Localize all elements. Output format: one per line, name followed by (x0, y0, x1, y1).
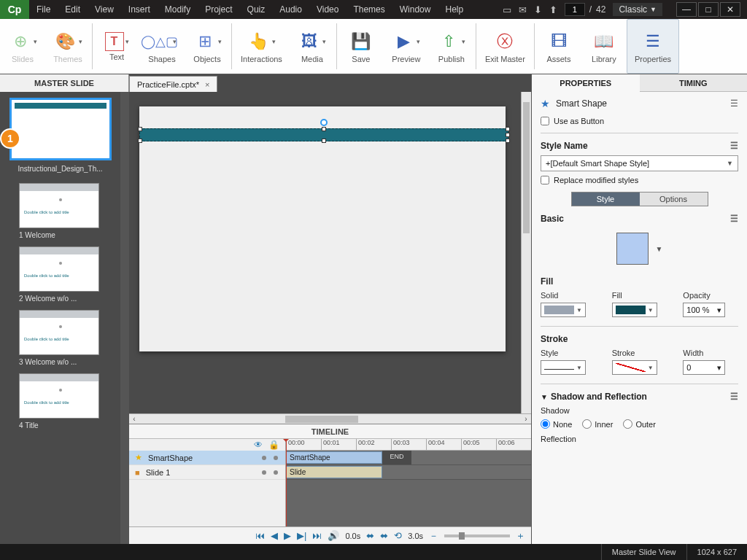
menu-video[interactable]: Video (309, 4, 346, 15)
ribbon-publish[interactable]: ⇧▾ Publish (429, 19, 474, 74)
menu-modify[interactable]: Modify (158, 4, 198, 15)
menu-edit[interactable]: Edit (58, 4, 88, 15)
stroke-width-input[interactable]: 0▾ (683, 360, 725, 375)
workspace-selector[interactable]: Classic ▼ (613, 3, 662, 16)
child-slide-thumb[interactable]: Double click to add title2 Welcome w/o .… (19, 246, 116, 303)
shadow-outer-radio[interactable]: Outer (623, 419, 656, 429)
tl-first-icon[interactable]: ⏮ (255, 530, 265, 541)
timeline-layer-row[interactable]: ★SmartShape (129, 451, 285, 465)
tl-snap-icon[interactable]: ⬌ (366, 530, 374, 541)
tab-properties[interactable]: PROPERTIES (532, 74, 640, 92)
menu-file[interactable]: File (29, 4, 58, 15)
style-name-select[interactable]: +[Default Smart Shape Style]▼ (541, 155, 738, 171)
resize-handle[interactable] (506, 139, 510, 143)
shadow-inner-radio[interactable]: Inner (582, 419, 613, 429)
ribbon-text[interactable]: T▾ Text (94, 19, 139, 74)
timeline-tracks[interactable]: 00:0000:0100:0200:0300:0400:0500:06 Smar… (286, 439, 531, 526)
canvas-vscrollbar[interactable] (521, 92, 531, 413)
close-button[interactable]: ✕ (720, 2, 740, 17)
solid-select[interactable]: ▼ (541, 303, 586, 317)
timeline-clip-smartshape[interactable]: SmartShape (286, 451, 382, 464)
resize-handle[interactable] (322, 127, 326, 131)
menu-quiz[interactable]: Quiz (240, 4, 273, 15)
segment-style[interactable]: Style (572, 192, 640, 206)
scroll-left-icon[interactable]: ‹ (129, 415, 139, 423)
menu-project[interactable]: Project (198, 4, 239, 15)
minimize-button[interactable]: — (676, 2, 697, 17)
use-as-button-checkbox[interactable]: Use as Button (541, 117, 738, 125)
tl-zoomout-icon[interactable]: － (429, 529, 438, 542)
close-icon[interactable]: × (205, 80, 209, 89)
stroke-style-select[interactable]: ▼ (541, 360, 586, 375)
timeline-track[interactable]: SmartShape END (286, 451, 531, 465)
opacity-input[interactable]: 100 %▾ (683, 303, 725, 317)
segment-options[interactable]: Options (640, 192, 708, 206)
child-slide-thumb[interactable]: Double click to add title1 Welcome (19, 183, 116, 239)
slide-canvas[interactable] (139, 106, 506, 351)
selected-shape[interactable] (139, 128, 508, 141)
tl-sound-icon[interactable]: 🔊 (328, 530, 339, 541)
menu-view[interactable]: View (88, 4, 121, 15)
panel-menu-icon[interactable]: ☰ (730, 392, 738, 402)
menu-window[interactable]: Window (392, 4, 438, 15)
tl-loop-icon[interactable]: ⟲ (394, 530, 402, 541)
ribbon-interactions[interactable]: 👆▾ Interactions (233, 19, 290, 74)
tl-next-icon[interactable]: ▶| (297, 530, 306, 541)
tl-zoomin-icon[interactable]: ＋ (516, 529, 525, 542)
ribbon-exit-master[interactable]: ⓧ Exit Master (478, 19, 533, 74)
master-slide-thumb[interactable]: Instructional_Design_Th... 1 (4, 98, 116, 173)
ribbon-media[interactable]: 🖼▾ Media (290, 19, 335, 74)
document-tab[interactable]: PracticeFile.cptx* × (129, 76, 217, 92)
timeline-playhead[interactable] (286, 439, 287, 526)
ribbon-assets[interactable]: 🎞 Assets (536, 19, 581, 74)
replace-styles-checkbox[interactable]: Replace modified styles (541, 176, 738, 184)
ribbon-slides[interactable]: ⊕▾ Slides (0, 19, 45, 74)
child-slide-thumb[interactable]: Double click to add title3 Welcome w/o .… (19, 310, 116, 366)
fill-color-select[interactable]: ▼ (612, 303, 657, 317)
panel-menu-icon[interactable]: ☰ (730, 214, 738, 224)
ribbon-library[interactable]: 📖 Library (581, 19, 627, 74)
menu-help[interactable]: Help (438, 4, 471, 15)
menu-themes[interactable]: Themes (346, 4, 392, 15)
tl-play-icon[interactable]: ▶ (284, 530, 291, 541)
resize-handle[interactable] (506, 133, 510, 137)
shadow-none-radio[interactable]: None (541, 419, 572, 429)
resize-handle[interactable] (322, 139, 326, 143)
menu-audio[interactable]: Audio (272, 4, 309, 15)
ribbon-shapes[interactable]: ◯△▢▾ Shapes (139, 19, 185, 74)
panel-menu-icon[interactable]: ☰ (730, 141, 738, 151)
page-current-input[interactable] (565, 3, 585, 16)
canvas-hscrollbar[interactable]: ‹ › (129, 413, 531, 424)
ribbon-objects[interactable]: ⊞▾ Objects (185, 19, 230, 74)
menu-insert[interactable]: Insert (121, 4, 158, 15)
mail-icon[interactable]: ✉ (519, 4, 527, 15)
slide-scrollbar[interactable] (120, 92, 129, 544)
ribbon-preview[interactable]: ▶▾ Preview (384, 19, 429, 74)
chevron-down-icon[interactable]: ▼ (656, 245, 663, 253)
lock-icon[interactable]: 🔒 (268, 440, 279, 450)
timeline-layer-row[interactable]: ■Slide 1 (129, 465, 285, 480)
scroll-right-icon[interactable]: › (521, 415, 531, 423)
tl-prev-icon[interactable]: ◀ (271, 530, 278, 541)
basic-swatch[interactable] (616, 233, 649, 265)
child-slide-thumb[interactable]: Double click to add title4 Title (19, 373, 116, 429)
panel-menu-icon[interactable]: ☰ (730, 98, 738, 109)
ribbon-properties[interactable]: ☰ Properties (627, 19, 679, 74)
resize-handle[interactable] (506, 127, 510, 131)
maximize-button[interactable]: □ (698, 2, 719, 17)
tab-timing[interactable]: TIMING (640, 74, 748, 92)
layout-icon[interactable]: ▭ (503, 4, 511, 15)
upload-icon[interactable]: ⬆ (549, 4, 557, 15)
eye-icon[interactable]: 👁 (254, 440, 263, 450)
resize-handle[interactable] (138, 139, 142, 143)
ribbon-save[interactable]: 💾 Save (338, 19, 384, 74)
stroke-color-select[interactable]: ▼ (612, 360, 657, 375)
tl-snap2-icon[interactable]: ⬌ (380, 530, 388, 541)
resize-handle[interactable] (138, 127, 142, 131)
ribbon-themes[interactable]: 🎨▾ Themes (45, 19, 90, 74)
download-icon[interactable]: ⬇ (534, 4, 542, 15)
rotate-handle[interactable] (320, 119, 328, 126)
canvas-viewport[interactable] (135, 102, 519, 413)
timeline-track[interactable]: Slide (286, 465, 531, 480)
tl-last-icon[interactable]: ⏭ (312, 530, 322, 541)
